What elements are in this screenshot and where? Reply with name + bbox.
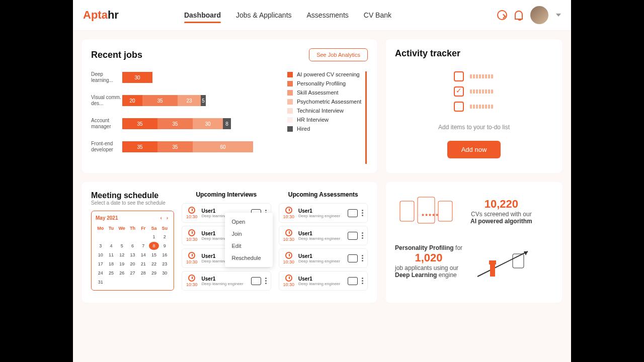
- calendar-day[interactable]: 31: [96, 278, 105, 286]
- menu-reschedule[interactable]: Reschedule: [225, 252, 273, 264]
- menu-open[interactable]: Open: [225, 216, 273, 228]
- menu-join[interactable]: Join: [225, 228, 273, 240]
- legend-item: Technical Interview: [287, 108, 361, 114]
- stats-card: ★★★★★ 10,220 CVs screened with our AI po…: [386, 182, 562, 303]
- calendar-day[interactable]: 21: [138, 260, 148, 268]
- svg-rect-0: [400, 201, 414, 221]
- calendar-day[interactable]: 14: [138, 251, 148, 259]
- meeting-menu-button[interactable]: [362, 278, 363, 284]
- cv-count: 10,220: [470, 198, 532, 211]
- calendar-day[interactable]: 5: [117, 242, 127, 250]
- calendar-day[interactable]: 13: [128, 251, 137, 259]
- chart-row: Account manager3535308: [91, 118, 282, 130]
- meeting-type-icon: [251, 277, 261, 285]
- meeting-info: User1Deep learning engineer: [298, 276, 344, 286]
- meeting-menu-button[interactable]: [362, 232, 363, 239]
- calendar-next[interactable]: ›: [165, 215, 170, 221]
- upcoming-interviews-column: Upcoming Interviews 10:30User1Deep learn…: [182, 191, 271, 294]
- calendar-day[interactable]: 23: [160, 260, 170, 268]
- calendar-day[interactable]: 28: [138, 269, 148, 277]
- svg-rect-2: [438, 201, 452, 221]
- legend-label: Skill Assessment: [297, 89, 339, 96]
- nav-dashboard[interactable]: Dashboard: [184, 2, 221, 28]
- meeting-item[interactable]: 10:30User1Deep learning engineer: [182, 271, 271, 291]
- svg-line-4: [477, 251, 528, 277]
- legend-swatch: [287, 81, 293, 86]
- stacked-bar-chart: Deep learning...30Visual comm. des...203…: [91, 71, 282, 164]
- meeting-info: User1Deep learning engineer: [298, 231, 344, 241]
- chat-icon[interactable]: [497, 10, 507, 20]
- meeting-item[interactable]: 10:30User1Deep learning engineer: [279, 248, 368, 268]
- chart-legend: AI powered CV screeningPersonality Profi…: [287, 71, 367, 164]
- calendar-day[interactable]: 18: [106, 260, 116, 268]
- calendar-day[interactable]: 3: [96, 242, 105, 250]
- meeting-menu-button[interactable]: [362, 210, 363, 216]
- calendar-day[interactable]: 15: [149, 251, 158, 259]
- meeting-item[interactable]: 10:30User1Deep learning engineerOpenJoin…: [182, 203, 271, 223]
- calendar-month: May 2021: [96, 215, 118, 221]
- meeting-menu-button[interactable]: [265, 278, 267, 284]
- logo: Aptahr: [83, 9, 119, 22]
- calendar-day[interactable]: 12: [117, 251, 127, 259]
- activity-tracker-card: Activity tracker Add items to your to-do…: [386, 39, 562, 173]
- legend-label: Technical Interview: [297, 108, 344, 114]
- calendar-day[interactable]: 4: [106, 242, 116, 250]
- calendar-day[interactable]: 8: [149, 242, 158, 250]
- meeting-item[interactable]: 10:30User1Deep learning engineer: [279, 271, 368, 291]
- topbar: Aptahr Dashboard Jobs & Applicants Asses…: [73, 0, 571, 30]
- clock-icon: 10:30: [186, 207, 198, 219]
- calendar-day[interactable]: 6: [128, 242, 137, 250]
- calendar-prev[interactable]: ‹: [159, 215, 164, 221]
- svg-rect-7: [489, 260, 496, 264]
- calendar-day[interactable]: 1: [149, 233, 158, 241]
- nav-assessments[interactable]: Assessments: [307, 2, 349, 28]
- meeting-menu-button[interactable]: [362, 255, 363, 261]
- calendar-day[interactable]: 26: [117, 269, 127, 277]
- calendar-day[interactable]: 30: [160, 269, 170, 277]
- chevron-down-icon[interactable]: [556, 14, 561, 17]
- chart-segment: 35: [157, 118, 193, 129]
- calendar-day[interactable]: 24: [96, 269, 105, 277]
- chart-segment: 60: [193, 141, 253, 152]
- add-now-button[interactable]: Add now: [447, 141, 501, 158]
- main-nav: Dashboard Jobs & Applicants Assessments …: [184, 2, 391, 28]
- meeting-type-icon: [348, 277, 358, 285]
- svg-rect-6: [490, 264, 495, 277]
- clock-icon: 10:30: [186, 229, 198, 242]
- meeting-item[interactable]: 10:30User1Deep learning engineer: [279, 203, 368, 223]
- meeting-item[interactable]: 10:30User1Deep learning engineer: [279, 226, 368, 245]
- recent-jobs-card: Recent jobs See Job Analytics Deep learn…: [82, 39, 377, 173]
- calendar-day[interactable]: 19: [117, 260, 127, 268]
- chart-segment: 5: [201, 95, 206, 106]
- calendar-day[interactable]: 20: [128, 260, 137, 268]
- calendar-day[interactable]: 22: [149, 260, 158, 268]
- calendar-day[interactable]: 17: [96, 260, 105, 268]
- profiling-count: 1,020: [395, 251, 462, 264]
- meeting-type-icon: [348, 209, 358, 217]
- calendar-day[interactable]: 25: [106, 269, 116, 277]
- svg-text:★★★★★: ★★★★★: [421, 213, 439, 217]
- see-analytics-button[interactable]: See Job Analytics: [309, 48, 368, 61]
- avatar[interactable]: [530, 6, 548, 24]
- legend-item: Psychometric Assessment: [287, 99, 361, 105]
- chart-segment: 35: [122, 141, 157, 152]
- legend-label: HR Interview: [297, 117, 329, 123]
- legend-item: AI powered CV screening: [287, 71, 361, 77]
- calendar-day[interactable]: 16: [160, 251, 170, 259]
- nav-cv-bank[interactable]: CV Bank: [364, 2, 391, 28]
- legend-item: Personality Profiling: [287, 80, 361, 86]
- calendar-day[interactable]: 7: [138, 242, 148, 250]
- calendar-day[interactable]: 9: [160, 242, 170, 250]
- legend-swatch: [287, 117, 293, 123]
- chart-row-label: Visual comm. des...: [91, 95, 122, 107]
- bell-icon[interactable]: [515, 11, 523, 20]
- calendar-day[interactable]: 27: [128, 269, 137, 277]
- todo-illustration: [454, 71, 494, 117]
- calendar-day[interactable]: 2: [160, 233, 170, 241]
- calendar-day[interactable]: 29: [149, 269, 158, 277]
- clock-icon: 10:30: [283, 229, 295, 242]
- nav-jobs[interactable]: Jobs & Applicants: [236, 2, 292, 28]
- calendar-day[interactable]: 11: [106, 251, 116, 259]
- menu-edit[interactable]: Edit: [225, 240, 273, 252]
- calendar-day[interactable]: 10: [96, 251, 105, 259]
